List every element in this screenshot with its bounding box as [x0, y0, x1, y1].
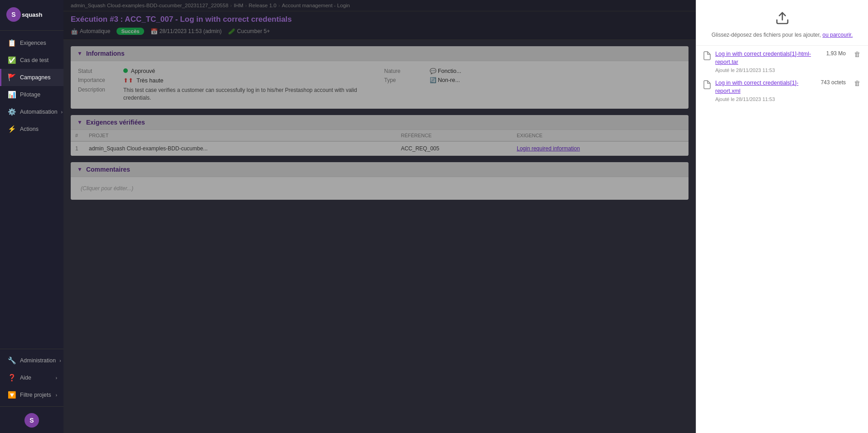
row-num: 1 [71, 141, 84, 156]
sidebar-item-label: Actions [20, 126, 39, 132]
info-row-description: Description This test case verifies a cu… [78, 85, 375, 103]
exec-header: Exécution #3 : ACC_TC_007 - Log in with … [63, 11, 696, 40]
file-date: Ajouté le 28/11/2023 11:53 [715, 96, 813, 102]
breadcrumb-part-2[interactable]: IHM [234, 3, 243, 8]
file-icon [703, 51, 711, 62]
sidebar-item-label: Automatisation [20, 109, 58, 115]
upload-area: Glissez-déposez des fichiers pour les aj… [696, 0, 868, 46]
type-value: 🔄 Non-re... [430, 77, 460, 83]
chevron-down-icon: ▼ [77, 50, 82, 57]
sidebar-item-filtre-projets[interactable]: 🔽 Filtre projets › [0, 386, 63, 404]
info-right: Nature 💬 Fonctio... Type 🔄 Non-re... [384, 67, 682, 103]
chevron-right-icon: › [61, 110, 63, 115]
info-row-statut: Statut Approuvé [78, 67, 375, 76]
section-exigences-label: Exigences vérifiées [86, 119, 145, 126]
auto-icon: 🤖 [71, 28, 78, 35]
row-projet: admin_Squash Cloud-examples-BDD-cucumbe.… [84, 141, 396, 156]
sidebar-item-actions[interactable]: ⚡ Actions [0, 120, 63, 138]
info-row-nature: Nature 💬 Fonctio... [384, 67, 682, 76]
automatisation-icon: ⚙️ [8, 108, 16, 116]
section-commentaires-body: (Cliquer pour éditer...) [71, 177, 689, 200]
administration-icon: 🔧 [8, 356, 16, 365]
chevron-right-icon: › [56, 375, 57, 380]
file-list: Log in with correct credentials[1]-html-… [696, 46, 868, 106]
sidebar-item-label: Campagnes [20, 74, 50, 81]
file-icon [703, 80, 711, 91]
sidebar-item-automatisation[interactable]: ⚙️ Automatisation › [0, 103, 63, 120]
info-left: Statut Approuvé Importance ⬆⬆ Très haute [78, 67, 375, 103]
browse-link[interactable]: ou parcourir. [823, 32, 853, 38]
col-reference: RÉFÉRENCE [396, 130, 512, 141]
file-item: Log in with correct credentials[1]-html-… [703, 50, 861, 73]
breadcrumb-sep: › [278, 3, 280, 8]
main-wrapper: admin_Squash Cloud-examples-BDD-cucumber… [63, 0, 696, 433]
importance-label: Importance [78, 77, 119, 83]
exec-meta: 🤖 Automatique Succès 📅 28/11/2023 11:53 … [71, 28, 689, 35]
description-value: This test case verifies a customer can s… [123, 87, 375, 102]
breadcrumb-part-1[interactable]: admin_Squash Cloud-examples-BDD-cucumber… [71, 3, 228, 8]
section-exigences-header[interactable]: ▼ Exigences vérifiées [71, 115, 689, 130]
avatar[interactable]: S [24, 413, 39, 428]
exec-datetime-label: 28/11/2023 11:53 (admin) [160, 28, 222, 34]
runner-icon: 🥒 [228, 28, 235, 35]
sidebar: S squash 📋 Exigences ✅ Cas de test 🚩 Cam… [0, 0, 63, 433]
section-exigences-body: # PROJET RÉFÉRENCE EXIGENCE 1 admin_Squa… [71, 130, 689, 156]
svg-text:squash: squash [22, 11, 43, 18]
sidebar-item-pilotage[interactable]: 📊 Pilotage [0, 86, 63, 103]
exec-status-badge: Succès [116, 28, 144, 35]
cas-de-test-icon: ✅ [8, 56, 16, 64]
file-delete-button[interactable]: 🗑 [854, 50, 861, 58]
exigence-link[interactable]: Login required information [517, 145, 580, 152]
file-info: Log in with correct credentials[1]-html-… [715, 50, 818, 73]
sidebar-item-label: Aide [20, 375, 31, 381]
section-commentaires-header[interactable]: ▼ Commentaires [71, 162, 689, 177]
row-exigence: Login required information [512, 141, 689, 156]
fonctio-icon: 💬 [430, 68, 436, 74]
sidebar-bottom: 🔧 Administration › ❓ Aide › 🔽 Filtre pro… [0, 346, 63, 433]
section-informations-header[interactable]: ▼ Informations [71, 46, 689, 61]
exec-runner-label: Cucumber 5+ [237, 28, 270, 34]
section-exigences: ▼ Exigences vérifiées # PROJET RÉFÉRENCE… [71, 115, 689, 156]
aide-icon: ❓ [8, 374, 16, 382]
comment-placeholder[interactable]: (Cliquer pour éditer...) [78, 183, 681, 194]
info-grid: Statut Approuvé Importance ⬆⬆ Très haute [78, 67, 681, 103]
chevron-down-icon: ▼ [77, 119, 82, 125]
actions-icon: ⚡ [8, 125, 16, 133]
breadcrumb-sep: › [230, 3, 232, 8]
svg-text:S: S [11, 11, 15, 18]
breadcrumb-current: Account management - Login [282, 3, 350, 8]
sidebar-divider [0, 406, 63, 407]
importance-icon: ⬆⬆ [123, 77, 133, 84]
upload-hint-text: Glissez-déposez des fichiers pour les aj… [712, 32, 821, 38]
exec-type-label: Automatique [80, 28, 110, 34]
sidebar-item-exigences[interactable]: 📋 Exigences [0, 34, 63, 52]
section-commentaires: ▼ Commentaires (Cliquer pour éditer...) [71, 162, 689, 200]
filter-icon: 🔽 [8, 391, 16, 399]
col-num: # [71, 130, 84, 141]
sidebar-item-label: Filtre projets [20, 392, 51, 398]
sidebar-item-cas-de-test[interactable]: ✅ Cas de test [0, 52, 63, 69]
sidebar-item-campagnes[interactable]: 🚩 Campagnes [0, 69, 63, 86]
file-size: 743 octets [817, 79, 849, 86]
calendar-icon: 📅 [150, 28, 158, 35]
file-name[interactable]: Log in with correct credentials[1]-repor… [715, 79, 813, 95]
chevron-right-icon: › [59, 358, 61, 363]
row-reference: ACC_REQ_005 [396, 141, 512, 156]
description-label: Description [78, 87, 119, 93]
upload-icon[interactable] [775, 11, 790, 28]
breadcrumb-part-3[interactable]: Release 1.0 [249, 3, 276, 8]
sidebar-item-administration[interactable]: 🔧 Administration › [0, 352, 63, 369]
file-delete-button[interactable]: 🗑 [854, 79, 861, 87]
breadcrumb-sep: › [245, 3, 247, 8]
info-row-importance: Importance ⬆⬆ Très haute [78, 76, 375, 85]
file-name[interactable]: Log in with correct credentials[1]-html-… [715, 50, 818, 66]
sidebar-item-aide[interactable]: ❓ Aide › [0, 369, 63, 386]
sidebar-nav: 📋 Exigences ✅ Cas de test 🚩 Campagnes 📊 … [0, 31, 63, 346]
exec-datetime: 📅 28/11/2023 11:53 (admin) [150, 28, 222, 35]
pilotage-icon: 📊 [8, 91, 16, 99]
exec-runner: 🥒 Cucumber 5+ [228, 28, 270, 35]
section-informations-label: Informations [86, 50, 125, 57]
section-commentaires-label: Commentaires [86, 166, 130, 173]
file-size: 1,93 Mo [823, 50, 849, 57]
exigences-icon: 📋 [8, 39, 16, 47]
